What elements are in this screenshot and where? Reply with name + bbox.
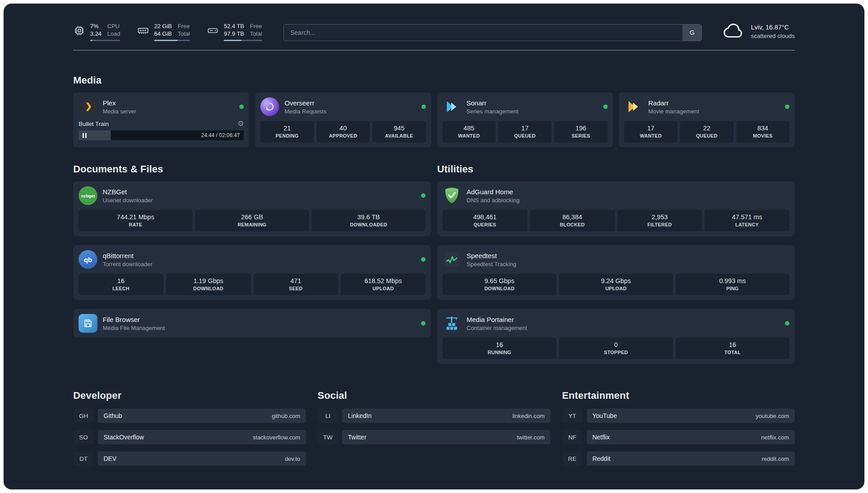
stat-value: 618.52 Mbps: [342, 277, 424, 284]
stat-value: 39.6 TB: [313, 213, 424, 221]
pause-button[interactable]: [79, 133, 91, 138]
stat-label: LATENCY: [706, 222, 788, 227]
stat-label: DOWNLOADED: [313, 222, 424, 227]
stat: 17 WANTED: [624, 121, 677, 142]
memory-usage-bar: [154, 40, 190, 41]
stat-label: FILTERED: [619, 222, 701, 227]
bookmark-url: stackoverflow.com: [253, 434, 300, 441]
bookmark-dev[interactable]: DT DEV dev.to: [73, 451, 306, 466]
card-sonarr: Sonarr Series management 485 WANTED 17 Q…: [437, 92, 613, 147]
stat-value: 86,384: [532, 213, 613, 221]
bookmark-name: Reddit: [593, 455, 610, 462]
adguard-link[interactable]: AdGuard Home DNS and adblocking: [442, 186, 789, 205]
status-dot: [421, 193, 426, 198]
bookmark-netflix[interactable]: NF Netflix netflix.com: [562, 430, 795, 444]
disk-free-value: 52.4 TB: [224, 22, 244, 30]
nzbget-link[interactable]: nzbget NZBGet Usenet downloader: [79, 186, 426, 205]
bookmark-stackoverflow[interactable]: SO StackOverflow stackoverflow.com: [73, 430, 306, 444]
stat: 39.6 TB DOWNLOADED: [312, 210, 426, 231]
resource-widgets: 7% 3.24 CPU Load: [73, 22, 262, 41]
section-heading-developer: Developer: [73, 390, 306, 401]
stat: 17 QUEUED: [498, 121, 551, 142]
stat: 618.52 Mbps UPLOAD: [341, 274, 426, 295]
weather-location: Lviv, 16.87°C: [751, 23, 795, 32]
filebrowser-link[interactable]: File Browser Media File Management: [79, 314, 426, 333]
bookmark-url: reddit.com: [762, 455, 789, 462]
search-input[interactable]: [284, 25, 682, 41]
stat-value: 266 GB: [197, 213, 307, 221]
stat-label: WANTED: [444, 133, 494, 138]
bookmark-twitter[interactable]: TW Twitter twitter.com: [317, 430, 550, 444]
stat-value: 744.21 Mbps: [80, 213, 191, 221]
stat-value: 0.993 ms: [677, 277, 788, 284]
bookmark-group-social: Social LI LinkedIn linkedin.com TW Twitt…: [317, 390, 550, 473]
cpu-widget: 7% 3.24 CPU Load: [73, 22, 120, 41]
settings-gear-icon[interactable]: ⚙: [238, 120, 244, 127]
stat-value: 196: [556, 125, 605, 132]
card-subtitle: Speedtest Tracking: [467, 261, 516, 267]
filebrowser-icon: [79, 314, 97, 333]
card-title: NZBGet: [103, 188, 153, 196]
plex-link[interactable]: Plex Media server: [79, 97, 244, 116]
stat-label: QUEUED: [682, 133, 731, 138]
card-subtitle: Torrent downloader: [103, 261, 152, 267]
stat-label: QUEUED: [500, 133, 550, 138]
status-dot: [421, 257, 426, 262]
radarr-link[interactable]: Radarr Movie management: [624, 97, 789, 116]
sonarr-link[interactable]: Sonarr Series management: [442, 97, 608, 116]
bookmark-linkedin[interactable]: LI LinkedIn linkedin.com: [317, 409, 550, 423]
stat-label: DOWNLOAD: [444, 286, 555, 291]
disk-usage-bar: [224, 40, 262, 41]
bookmark-youtube[interactable]: YT YouTube youtube.com: [562, 409, 795, 423]
stat: 47.571 ms LATENCY: [705, 210, 789, 231]
stat: 21 PENDING: [260, 121, 313, 142]
stat: 16 TOTAL: [676, 338, 789, 359]
stat: 945 AVAILABLE: [372, 121, 426, 142]
memory-icon: [137, 25, 149, 37]
card-title: Speedtest: [467, 252, 516, 259]
portainer-link[interactable]: Media Portainer Container management: [442, 314, 789, 333]
search-provider-button[interactable]: G: [683, 25, 701, 41]
status-dot: [603, 104, 608, 109]
cpu-icon: [73, 25, 85, 37]
stat-value: 40: [318, 125, 368, 132]
bookmark-reddit[interactable]: RE Reddit reddit.com: [562, 451, 795, 466]
stat: 471 SEED: [254, 274, 338, 295]
card-nzbget: nzbget NZBGet Usenet downloader 744.21 M…: [73, 181, 431, 236]
adguard-icon: [442, 186, 461, 205]
dashboard-panel: 7% 3.24 CPU Load: [4, 4, 864, 489]
cpu-label: CPU: [107, 22, 120, 30]
stat: 22 QUEUED: [680, 121, 733, 142]
section-heading-social: Social: [317, 390, 550, 401]
card-title: Media Portainer: [467, 316, 527, 323]
bookmark-url: twitter.com: [517, 434, 545, 441]
weather-condition: scattered clouds: [751, 32, 795, 40]
disk-total-value: 97.9 TB: [224, 30, 244, 38]
playback-progress-bar[interactable]: 24:44 / 02:06:47: [79, 130, 244, 140]
card-title: Radarr: [648, 99, 699, 107]
stat-label: REMAINING: [197, 222, 307, 227]
memory-free-label: Free: [178, 22, 190, 30]
stat: 1.19 Gbps DOWNLOAD: [166, 274, 251, 295]
bookmark-group-developer: Developer GH Github github.com SO StackO…: [73, 390, 306, 473]
stat-label: RATE: [80, 222, 191, 227]
qbittorrent-link[interactable]: qb qBittorrent Torrent downloader: [79, 250, 426, 269]
speedtest-link[interactable]: Speedtest Speedtest Tracking: [442, 250, 789, 269]
bookmark-abbr: DT: [73, 451, 94, 466]
section-heading-documents: Documents & Files: [73, 163, 431, 175]
card-subtitle: Movie management: [648, 108, 699, 115]
stat-value: 17: [626, 125, 676, 132]
cloud-icon: [722, 23, 745, 40]
section-heading-media: Media: [73, 75, 795, 86]
stat-value: 22: [682, 125, 731, 132]
portainer-icon: [442, 314, 461, 333]
stat-label: LEECH: [80, 286, 162, 291]
stat-value: 2,953: [619, 213, 701, 221]
card-title: Sonarr: [467, 99, 518, 107]
stat-value: 16: [80, 277, 162, 284]
bookmark-github[interactable]: GH Github github.com: [73, 409, 306, 423]
stat-label: UPLOAD: [561, 286, 671, 291]
card-subtitle: Media Requests: [284, 108, 326, 115]
overseerr-link[interactable]: Overseerr Media Requests: [260, 97, 426, 116]
card-overseerr: Overseerr Media Requests 21 PENDING 40 A…: [255, 92, 431, 147]
